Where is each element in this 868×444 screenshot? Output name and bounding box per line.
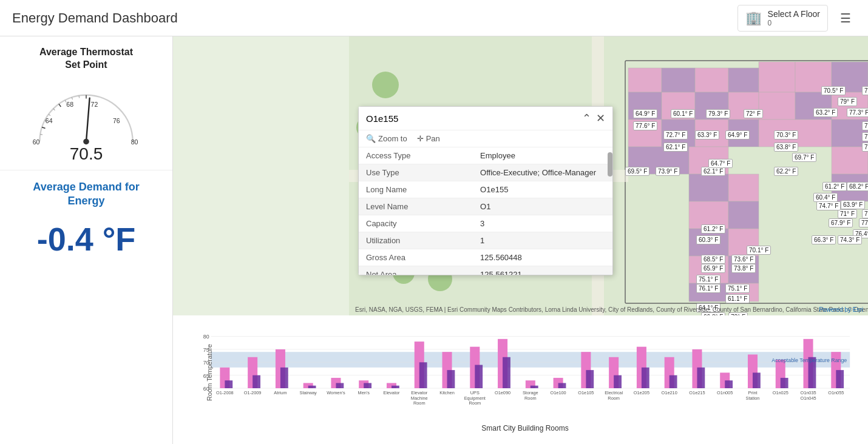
chart-area: Room Temperature 6065707580O1-2008O1-200… [173, 315, 868, 444]
svg-rect-56 [628, 119, 662, 147]
zoom-to-label: Zoom to [378, 134, 407, 143]
chart-bar-purple[interactable] [670, 375, 677, 388]
popup-toolbar: 🔍 Zoom to ✛ Pan [359, 130, 612, 147]
chart-x-tick-label: UPS [470, 390, 480, 395]
chart-x-tick-label: O1e210 [662, 390, 677, 395]
chart-bar-purple[interactable] [558, 383, 566, 388]
floor-selector-text: Select A Floor 0 [768, 9, 820, 27]
chart-bar-purple[interactable] [725, 380, 733, 388]
svg-rect-65 [689, 147, 728, 174]
chart-x-tick-label: O1n005 [717, 390, 733, 395]
floor-selector-label: Select A Floor [768, 9, 820, 19]
svg-rect-49 [695, 92, 728, 119]
svg-line-13 [40, 134, 42, 135]
chart-bar-purple[interactable] [475, 365, 483, 388]
svg-line-26 [86, 98, 90, 141]
chart-bar-purple[interactable] [308, 386, 316, 388]
chart-x-label: Smart City Building Rooms [194, 424, 856, 432]
svg-rect-47 [628, 92, 662, 119]
chart-x-tick-label: O1e090 [495, 390, 510, 395]
floor-selector-value: 0 [768, 19, 820, 27]
popup-header: O1e155 ⌃ ✕ [359, 107, 612, 130]
svg-rect-75 [728, 201, 759, 229]
chart-bar-purple[interactable] [836, 370, 844, 388]
svg-rect-80 [689, 283, 728, 301]
left-panel: Average ThermostatSet Point [0, 36, 173, 444]
svg-rect-66 [832, 147, 868, 174]
map-attribution: Esri, NASA, NGA, USGS, FEMA | Esri Commu… [355, 306, 868, 313]
svg-rect-57 [662, 119, 695, 147]
popup-cell-value: O1 [473, 198, 612, 215]
svg-text:76: 76 [113, 116, 120, 124]
popup-cell-key: Level Name [359, 198, 473, 215]
chart-bar-purple[interactable] [225, 380, 232, 388]
chart-x-tick-label: Room [469, 401, 481, 406]
header: Energy Demand Dashboard 🏢 Select A Floor… [0, 0, 868, 36]
svg-rect-76 [689, 229, 728, 256]
energy-section: Average Demand forEnergy -0.4 °F [0, 170, 172, 444]
chart-x-tick-label: O1n025 [773, 390, 788, 395]
map-area[interactable]: 70.5° F 75.2° F 79° F 79.2° F 64.9° F 60… [173, 36, 868, 315]
chart-x-tick-label: O1n045 [800, 395, 816, 401]
floor-selector[interactable]: 🏢 Select A Floor 0 [737, 5, 828, 32]
svg-text:80: 80 [131, 138, 138, 146]
svg-rect-81 [728, 283, 759, 301]
chart-x-tick-label: Elevator [383, 390, 400, 395]
chart-bar-purple[interactable] [280, 368, 288, 388]
svg-rect-38 [628, 68, 662, 92]
chart-x-tick-label: Station [746, 395, 760, 401]
chart-x-tick-label: Kitchen [439, 390, 455, 395]
popup-cell-key: Net Area [359, 266, 473, 275]
chart-bar-purple[interactable] [531, 386, 538, 388]
popup-cell-key: Long Name [359, 181, 473, 198]
chart-bar-purple[interactable] [447, 370, 455, 388]
popup-cell-value: 1 [473, 232, 612, 249]
popup-close-icon[interactable]: ✕ [596, 112, 605, 125]
svg-rect-61 [832, 119, 868, 147]
svg-text:64: 64 [46, 116, 53, 124]
popup-scrollbar-thumb[interactable] [608, 152, 612, 177]
svg-rect-69 [689, 174, 728, 201]
svg-rect-58 [695, 119, 728, 147]
chart-x-tick-label: Machine [411, 395, 428, 401]
hamburger-menu-icon[interactable]: ☰ [835, 8, 856, 28]
chart-bar-purple[interactable] [642, 368, 649, 388]
chart-bar-purple[interactable] [392, 386, 399, 388]
chart-bar-purple[interactable] [697, 368, 705, 388]
chart-bar-purple[interactable] [781, 378, 788, 388]
chart-bar-purple[interactable] [753, 372, 761, 388]
chart-bar-purple[interactable] [614, 375, 622, 388]
chart-x-tick-label: Storage [523, 390, 538, 395]
svg-point-29 [372, 72, 399, 98]
chart-bar-purple[interactable] [503, 357, 510, 388]
chart-x-tick-label: O1e215 [689, 390, 705, 395]
chart-x-tick-label: Print [748, 390, 757, 395]
chart-x-tick-label: O1e205 [634, 390, 649, 395]
chart-x-tick-label: O1e100 [551, 390, 566, 395]
svg-rect-52 [795, 92, 832, 119]
chart-x-tick-label: Equipment [464, 395, 486, 401]
chart-bar-purple[interactable] [586, 370, 594, 388]
gauge-svg: 60 64 68 72 76 80 [25, 78, 147, 147]
svg-text:72: 72 [91, 101, 98, 108]
svg-line-19 [79, 95, 80, 98]
popup-table: Access TypeEmployeeUse TypeOffice-Execut… [359, 147, 612, 275]
popup-collapse-icon[interactable]: ⌃ [582, 112, 591, 125]
chart-bar-purple[interactable] [253, 375, 260, 388]
zoom-to-button[interactable]: 🔍 Zoom to [366, 134, 407, 143]
chart-bar-purple[interactable] [336, 383, 344, 388]
chart-x-tick-label: Women's [327, 390, 345, 395]
chart-bar-purple[interactable] [364, 383, 371, 388]
popup-cell-value: O1e155 [473, 181, 612, 198]
chart-svg: 6065707580O1-2008O1-2009AtriumStairwayWo… [194, 321, 856, 423]
svg-rect-74 [689, 201, 728, 229]
svg-rect-60 [759, 119, 832, 147]
svg-rect-53 [832, 92, 868, 119]
svg-rect-41 [728, 68, 759, 92]
chart-x-tick-label: Room [608, 395, 620, 401]
header-right: 🏢 Select A Floor 0 ☰ [737, 5, 856, 32]
svg-rect-43 [795, 62, 832, 92]
chart-bar-purple[interactable] [419, 362, 427, 388]
chart-x-tick-label: Atrium [274, 390, 287, 395]
pan-button[interactable]: ✛ Pan [417, 134, 440, 143]
